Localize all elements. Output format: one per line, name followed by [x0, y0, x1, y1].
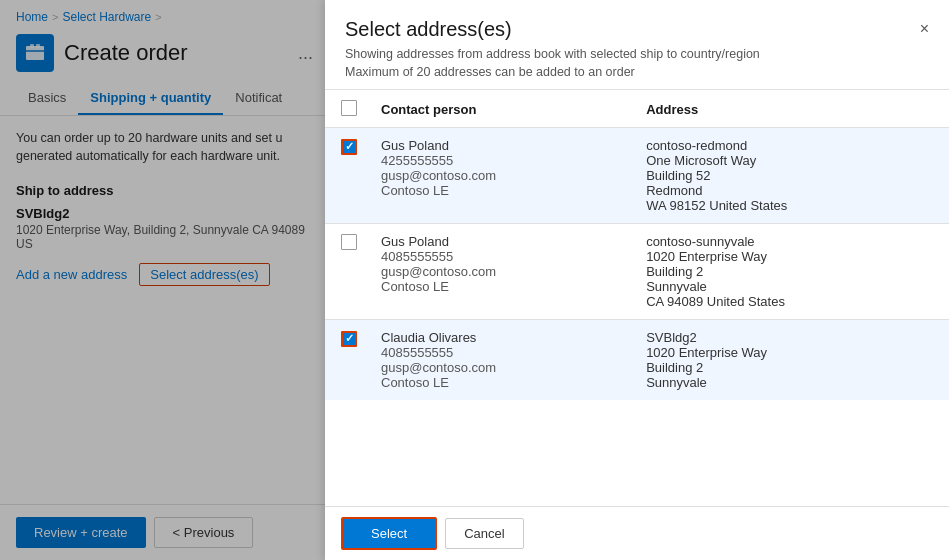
- cancel-button[interactable]: Cancel: [445, 518, 523, 549]
- contact-company: Contoso LE: [381, 183, 622, 198]
- contact-cell-2: Claudia Olivares 4085555555 gusp@contoso…: [369, 320, 634, 401]
- modal-header: Select address(es) Showing addresses fro…: [325, 0, 949, 90]
- contact-email: gusp@contoso.com: [381, 360, 622, 375]
- addr-line3: Building 52: [646, 168, 937, 183]
- addr-line4: Redmond: [646, 183, 937, 198]
- table-row: Gus Poland 4085555555 gusp@contoso.com C…: [325, 224, 949, 320]
- address-cell-1: contoso-sunnyvale 1020 Enterprise Way Bu…: [634, 224, 949, 320]
- table-row: Claudia Olivares 4085555555 gusp@contoso…: [325, 320, 949, 401]
- row-checkbox-2: [325, 320, 369, 401]
- contact-phone: 4085555555: [381, 249, 622, 264]
- addr-line1: contoso-redmond: [646, 138, 937, 153]
- modal-subtitle: Showing addresses from address book with…: [345, 47, 929, 61]
- select-all-checkbox[interactable]: [341, 100, 357, 116]
- addr-line5: CA 94089 United States: [646, 294, 937, 309]
- contact-cell-1: Gus Poland 4085555555 gusp@contoso.com C…: [369, 224, 634, 320]
- addr-line2: One Microsoft Way: [646, 153, 937, 168]
- table-row: Gus Poland 4255555555 gusp@contoso.com C…: [325, 128, 949, 224]
- row-checkbox-0: [325, 128, 369, 224]
- col-header-contact: Contact person: [369, 90, 634, 128]
- contact-email: gusp@contoso.com: [381, 264, 622, 279]
- addr-line2: 1020 Enterprise Way: [646, 345, 937, 360]
- contact-company: Contoso LE: [381, 279, 622, 294]
- contact-name: Gus Poland: [381, 138, 622, 153]
- address-table: Contact person Address Gus Poland 425555…: [325, 90, 949, 400]
- addr-line1: SVBldg2: [646, 330, 937, 345]
- addr-line2: 1020 Enterprise Way: [646, 249, 937, 264]
- addr-line3: Building 2: [646, 360, 937, 375]
- modal-body: Contact person Address Gus Poland 425555…: [325, 90, 949, 506]
- contact-name: Gus Poland: [381, 234, 622, 249]
- addr-line4: Sunnyvale: [646, 375, 937, 390]
- contact-cell-0: Gus Poland 4255555555 gusp@contoso.com C…: [369, 128, 634, 224]
- contact-name: Claudia Olivares: [381, 330, 622, 345]
- modal-close-button[interactable]: ×: [916, 16, 933, 42]
- select-addresses-modal: Select address(es) Showing addresses fro…: [325, 0, 949, 560]
- row-checkbox-1: [325, 224, 369, 320]
- contact-phone: 4255555555: [381, 153, 622, 168]
- col-header-checkbox: [325, 90, 369, 128]
- checkbox-1[interactable]: [341, 234, 357, 250]
- modal-footer: Select Cancel: [325, 506, 949, 560]
- table-header-row: Contact person Address: [325, 90, 949, 128]
- address-cell-0: contoso-redmond One Microsoft Way Buildi…: [634, 128, 949, 224]
- col-header-address: Address: [634, 90, 949, 128]
- address-cell-2: SVBldg2 1020 Enterprise Way Building 2 S…: [634, 320, 949, 401]
- select-confirm-button[interactable]: Select: [341, 517, 437, 550]
- addr-line1: contoso-sunnyvale: [646, 234, 937, 249]
- modal-title: Select address(es): [345, 18, 929, 41]
- contact-phone: 4085555555: [381, 345, 622, 360]
- addr-line5: WA 98152 United States: [646, 198, 937, 213]
- modal-note: Maximum of 20 addresses can be added to …: [345, 65, 929, 79]
- checkbox-2[interactable]: [341, 331, 357, 347]
- contact-email: gusp@contoso.com: [381, 168, 622, 183]
- contact-company: Contoso LE: [381, 375, 622, 390]
- addr-line4: Sunnyvale: [646, 279, 937, 294]
- checkbox-0[interactable]: [341, 139, 357, 155]
- addr-line3: Building 2: [646, 264, 937, 279]
